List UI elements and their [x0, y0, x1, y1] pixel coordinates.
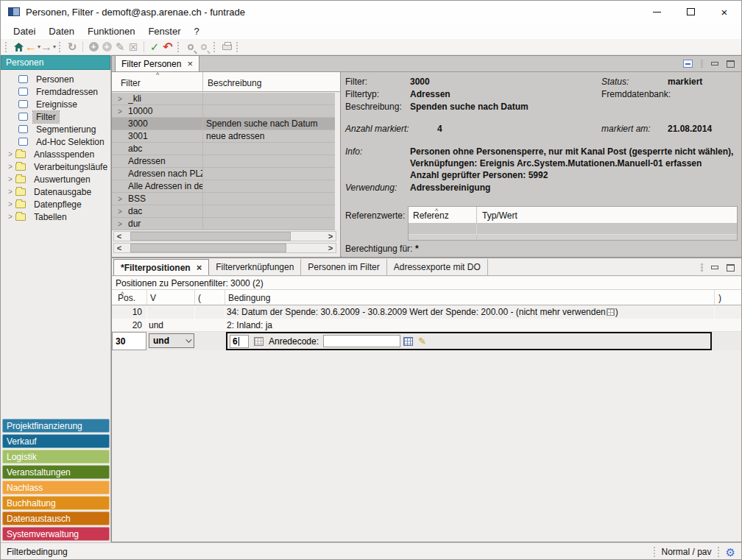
menu-datei[interactable]: Datei [7, 24, 42, 38]
sidebar-item-ereignisse[interactable]: Ereignisse [1, 98, 111, 110]
search-secondary-button[interactable] [197, 40, 211, 54]
chevron-right-icon[interactable]: > [7, 213, 14, 221]
sidebar-item-datenausgabe[interactable]: >Datenausgabe [1, 185, 111, 198]
module-projektfinanzierung[interactable]: Projektfinanzierung [2, 419, 110, 433]
chevron-right-icon[interactable]: > [7, 175, 14, 183]
edit-pen-icon[interactable]: ✎ [418, 336, 426, 347]
dock-window-icon[interactable] [683, 60, 693, 68]
expand-icon[interactable]: > [112, 220, 128, 228]
tab-adressexporte[interactable]: Adressexporte mit DO [387, 259, 488, 275]
sidebar-item-filter[interactable]: Filter [1, 110, 111, 123]
filter-list-hscrollbar[interactable]: < > [113, 231, 336, 241]
back-button[interactable]: ←▾ [25, 40, 40, 54]
undo-button[interactable]: ↶ [161, 40, 174, 54]
print-button[interactable] [220, 40, 233, 54]
gear-icon[interactable]: ⚙ [726, 547, 735, 558]
menu-funktionen[interactable]: Funktionen [81, 24, 141, 38]
filter-row[interactable]: Adressen [112, 155, 335, 168]
filter-row[interactable]: >dur [112, 218, 335, 230]
code-table-lookup-icon[interactable] [403, 337, 413, 346]
panel-minimize-icon[interactable] [711, 266, 718, 269]
filter-list-header[interactable]: ^ Filter Beschreibung [112, 72, 340, 92]
anredecode-input[interactable] [323, 335, 400, 347]
sidebar-item-segmentierung[interactable]: Segmentierung [1, 123, 111, 135]
column-referenz[interactable]: Referenz [413, 210, 449, 221]
filter-row[interactable]: >BSS [112, 193, 335, 205]
code-input[interactable]: 6 [230, 335, 249, 348]
sidebar-item-tabellen[interactable]: >Tabellen [1, 210, 111, 223]
filter-row[interactable]: 3001neue adressen [112, 130, 335, 143]
module-datenaustausch[interactable]: Datenaustausch [2, 511, 110, 525]
tab-personen-im-filter[interactable]: Personen im Filter [301, 259, 386, 275]
tab-close-icon[interactable]: × [187, 59, 193, 68]
sidebar-item-personen[interactable]: Personen [1, 73, 111, 85]
expand-icon[interactable]: > [112, 208, 128, 216]
position-row-20[interactable]: 20 und 2: Inland: ja [112, 319, 742, 332]
scroll-left-icon[interactable]: < [114, 244, 124, 252]
module-verkauf[interactable]: Verkauf [2, 434, 110, 448]
edit-button[interactable]: ✎ [113, 40, 127, 54]
column-bedingung[interactable]: Bedingung [228, 293, 270, 303]
add-button[interactable]: + [87, 40, 100, 54]
close-button[interactable]: × [707, 1, 741, 23]
filter-row[interactable]: >dac [112, 205, 335, 218]
column-beschreibung[interactable]: Beschreibung [208, 78, 261, 88]
column-pos[interactable]: Pos. [118, 293, 135, 303]
column-filter[interactable]: Filter [121, 78, 141, 88]
panel-hscrollbar[interactable]: < > [113, 243, 336, 253]
filter-row[interactable]: abc [112, 143, 335, 155]
referenz-empty-row[interactable] [409, 224, 737, 235]
panel-minimize-icon[interactable] [711, 62, 718, 65]
scroll-right-icon[interactable]: > [325, 244, 336, 252]
panel-maximize-icon[interactable] [727, 264, 735, 272]
chevron-right-icon[interactable]: > [7, 200, 14, 208]
sidebar-item-fremdadressen[interactable]: Fremdadressen [1, 85, 111, 98]
forward-button[interactable]: →▾ [40, 40, 56, 54]
sidebar-item-auswertungen[interactable]: >Auswertungen [1, 173, 111, 185]
expand-icon[interactable]: > [112, 195, 128, 203]
positions-table-header[interactable]: ^ Pos. V ( Bedingung ) [112, 290, 742, 305]
tab-filterpositionen[interactable]: *Filterpositionen × [113, 259, 209, 275]
filter-row[interactable]: >_kli [112, 93, 335, 105]
filter-row-selected[interactable]: 3000Spenden suche nach Datum [112, 118, 335, 130]
minimize-button[interactable] [640, 1, 674, 23]
delete-button[interactable]: ☒ [127, 40, 140, 54]
panel-maximize-icon[interactable] [727, 60, 735, 68]
sidebar-item-verarbeitungslaeufe[interactable]: >Verarbeitungsläufe [1, 160, 111, 173]
chevron-right-icon[interactable]: > [7, 188, 14, 196]
tab-close-icon[interactable]: × [197, 263, 202, 272]
scroll-right-icon[interactable]: > [325, 232, 336, 241]
sidebar-item-adhoc-selektion[interactable]: Ad-Hoc Selektion [1, 135, 111, 148]
column-divider[interactable] [202, 72, 203, 91]
filter-row[interactable]: Alle Adressen in de [112, 180, 335, 193]
scrollbar-thumb[interactable] [130, 232, 291, 241]
sidebar-item-datenpflege[interactable]: >Datenpflege [1, 198, 111, 210]
confirm-button[interactable]: ✓ [148, 40, 161, 54]
module-veranstaltungen[interactable]: Veranstaltungen [2, 465, 110, 479]
module-nachlass[interactable]: Nachlass [2, 481, 110, 495]
column-typ-wert[interactable]: Typ/Wert [482, 210, 517, 221]
tab-filterverknuepfungen[interactable]: Filterverknüpfungen [209, 259, 301, 275]
menu-daten[interactable]: Daten [42, 24, 81, 38]
sidebar-item-anlassspenden[interactable]: >Anlassspenden [1, 148, 111, 160]
menu-hilfe[interactable]: ? [187, 24, 205, 38]
module-systemverwaltung[interactable]: Systemverwaltung [2, 527, 110, 541]
scroll-left-icon[interactable]: < [114, 232, 124, 241]
expand-icon[interactable]: > [112, 107, 128, 116]
refresh-button[interactable]: ↻ [66, 40, 79, 54]
column-close-paren[interactable]: ) [718, 293, 721, 303]
position-row-10[interactable]: 10 34: Datum der Spende: 30.6.2009 - 30.… [112, 305, 742, 319]
chevron-right-icon[interactable]: > [7, 163, 14, 171]
maximize-button[interactable] [674, 1, 707, 23]
tab-filter-personen[interactable]: Filter Personen × [115, 55, 199, 71]
menu-fenster[interactable]: Fenster [141, 24, 187, 38]
verknuepfung-dropdown[interactable]: und [149, 333, 194, 348]
add-special-button[interactable]: + [100, 40, 113, 54]
column-open-paren[interactable]: ( [198, 293, 201, 303]
column-v[interactable]: V [150, 293, 156, 303]
module-buchhaltung[interactable]: Buchhaltung [2, 496, 110, 510]
lookup-grid-icon[interactable] [254, 337, 264, 346]
home-button[interactable] [12, 40, 25, 54]
filter-row[interactable]: Adressen nach PLZ [112, 168, 335, 180]
module-logistik[interactable]: Logistik [2, 450, 110, 464]
